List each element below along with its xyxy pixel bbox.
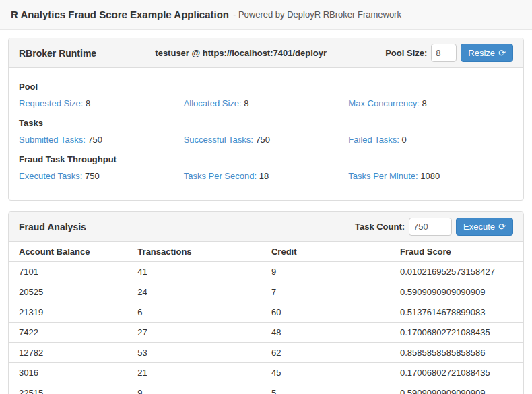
table-cell: 0.5909090909090909 (395, 282, 523, 302)
pool-size-input[interactable] (431, 44, 457, 62)
execute-button[interactable]: Execute ⟳ (456, 218, 513, 236)
runtime-sections: PoolRequested Size: 8Allocated Size: 8Ma… (19, 81, 513, 181)
table-cell: 53 (132, 343, 266, 363)
top-navbar: R Analytics Fraud Score Example Applicat… (0, 0, 532, 30)
column-header: Fraud Score (395, 242, 523, 262)
table-cell: 21319 (9, 302, 132, 323)
stat-label: Requested Size: (19, 98, 86, 108)
stat-label: Failed Tasks: (348, 135, 401, 145)
stat: Successful Tasks: 750 (184, 135, 349, 145)
stats-row: Submitted Tasks: 750Successful Tasks: 75… (19, 135, 513, 145)
stat: Tasks Per Second: 18 (184, 171, 349, 181)
table-cell: 20525 (9, 282, 132, 302)
section-heading: Pool (19, 81, 513, 92)
pool-size-label: Pool Size: (385, 48, 427, 58)
stat: Executed Tasks: 750 (19, 171, 184, 181)
table-cell: 62 (266, 343, 395, 363)
table-row: 71014190.010216952573158427 (9, 262, 523, 282)
table-row: 1278253620.8585858585858586 (9, 343, 523, 363)
task-count-controls: Task Count: Execute ⟳ (355, 218, 513, 236)
stat-label: Executed Tasks: (19, 171, 85, 181)
table-cell: 22515 (9, 383, 132, 394)
column-header: Credit (266, 242, 395, 262)
stat: Max Concurrency: 8 (348, 98, 513, 108)
table-cell: 7422 (9, 323, 132, 343)
page-subtitle: - Powered by DeployR RBroker Framework (233, 9, 401, 20)
table-cell: 0.5909090909090909 (395, 383, 523, 394)
table-cell: 0.5137614678899083 (395, 302, 523, 323)
table-cell: 41 (132, 262, 266, 282)
resize-button[interactable]: Resize ⟳ (461, 44, 513, 62)
endpoint-text: testuser @ https://localhost:7401/deploy… (155, 48, 327, 58)
stat-value: 0 (402, 135, 407, 145)
fraud-analysis-title: Fraud Analysis (19, 222, 86, 232)
fraud-table: Account BalanceTransactionsCreditFraud S… (9, 242, 523, 394)
execute-button-label: Execute (463, 222, 495, 232)
rbroker-runtime-header: RBroker Runtime testuser @ https://local… (9, 38, 523, 68)
table-cell: 60 (266, 302, 395, 323)
table-cell: 27 (132, 323, 266, 343)
section-heading: Tasks (19, 118, 513, 128)
task-count-label: Task Count: (355, 222, 405, 232)
fraud-analysis-header: Fraud Analysis Task Count: Execute ⟳ (9, 212, 523, 242)
runtime-panel-title: RBroker Runtime (19, 48, 96, 59)
stat-value: 8 (244, 98, 248, 108)
table-row: 213196600.5137614678899083 (9, 302, 523, 323)
table-cell: 3016 (9, 363, 132, 383)
stat-value: 18 (259, 171, 269, 181)
resize-button-label: Resize (468, 48, 495, 58)
stat-label: Submitted Tasks: (19, 135, 88, 145)
section-heading: Fraud Task Throughput (19, 154, 513, 164)
stat-label: Allocated Size: (184, 98, 244, 108)
stat: Failed Tasks: 0 (348, 135, 513, 145)
stat-label: Successful Tasks: (184, 135, 256, 145)
table-cell: 0.17006802721088435 (395, 323, 523, 343)
stat-label: Tasks Per Minute: (348, 171, 420, 181)
stat-value: 750 (85, 171, 100, 181)
fraud-table-body: 71014190.010216952573158427205252470.590… (9, 262, 523, 394)
table-row: 22515950.5909090909090909 (9, 383, 523, 394)
table-cell: 9 (266, 262, 395, 282)
rbroker-runtime-panel: RBroker Runtime testuser @ https://local… (8, 38, 524, 201)
table-cell: 21 (132, 363, 266, 383)
stat-value: 750 (88, 135, 102, 145)
refresh-icon: ⟳ (498, 222, 506, 231)
table-cell: 7101 (9, 262, 132, 282)
stat-value: 750 (255, 135, 270, 145)
table-cell: 0.8585858585858586 (395, 343, 523, 363)
stat: Submitted Tasks: 750 (19, 135, 184, 145)
fraud-table-head-row: Account BalanceTransactionsCreditFraud S… (9, 242, 523, 262)
table-cell: 24 (132, 282, 266, 302)
rbroker-runtime-body: PoolRequested Size: 8Allocated Size: 8Ma… (9, 68, 523, 200)
stat-value: 8 (422, 98, 426, 108)
stat: Tasks Per Minute: 1080 (348, 171, 513, 181)
stats-row: Executed Tasks: 750Tasks Per Second: 18T… (19, 171, 513, 181)
column-header: Account Balance (9, 242, 132, 262)
stat-label: Max Concurrency: (348, 98, 422, 108)
pool-size-controls: Pool Size: Resize ⟳ (385, 44, 513, 62)
table-cell: 5 (266, 383, 395, 394)
column-header: Transactions (132, 242, 266, 262)
main-container: RBroker Runtime testuser @ https://local… (0, 30, 532, 394)
stat-value: 8 (86, 98, 90, 108)
table-cell: 48 (266, 323, 395, 343)
stat: Allocated Size: 8 (184, 98, 349, 108)
stat: Requested Size: 8 (19, 98, 184, 108)
table-cell: 45 (266, 363, 395, 383)
fraud-analysis-panel: Fraud Analysis Task Count: Execute ⟳ Acc… (8, 211, 524, 394)
stats-row: Requested Size: 8Allocated Size: 8Max Co… (19, 98, 513, 108)
table-row: 742227480.17006802721088435 (9, 323, 523, 343)
stat-value: 1080 (420, 171, 440, 181)
table-cell: 0.010216952573158427 (395, 262, 523, 282)
table-cell: 9 (132, 383, 266, 394)
table-cell: 7 (266, 282, 395, 302)
refresh-icon: ⟳ (498, 48, 506, 57)
table-row: 301621450.17006802721088435 (9, 363, 523, 383)
page-title: R Analytics Fraud Score Example Applicat… (11, 9, 229, 20)
stat-label: Tasks Per Second: (184, 171, 259, 181)
table-row: 205252470.5909090909090909 (9, 282, 523, 302)
task-count-input[interactable] (409, 218, 452, 236)
table-cell: 12782 (9, 343, 132, 363)
table-cell: 6 (132, 302, 266, 323)
table-cell: 0.17006802721088435 (395, 363, 523, 383)
